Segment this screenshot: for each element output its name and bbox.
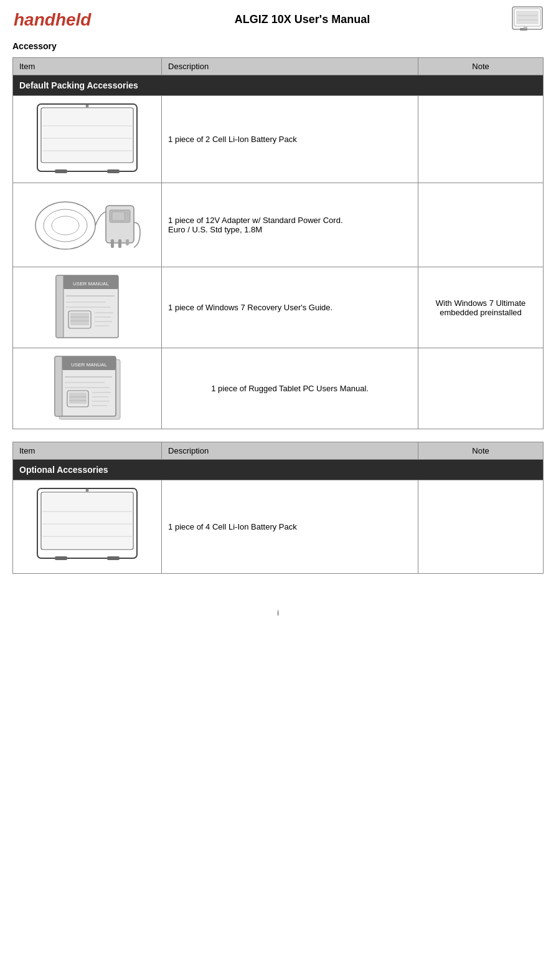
item-image-battery4cell: [13, 480, 162, 574]
note-battery-4cell: [418, 480, 544, 574]
table-header-row: Item Description Note: [13, 58, 544, 75]
default-section-title: Default Packing Accessories: [13, 75, 544, 96]
svg-rect-50: [69, 392, 87, 404]
svg-point-19: [52, 216, 79, 235]
note-battery-2cell: [418, 96, 544, 183]
note-usersmanual: [418, 348, 544, 429]
logo: handheld: [12, 7, 93, 32]
optional-section-title-row: Optional Accessories: [13, 460, 544, 480]
desc-battery-4cell: 1 piece of 4 Cell Li-Ion Battery Pack: [162, 480, 418, 574]
table-row: USER MANUAL: [13, 267, 544, 348]
battery-4cell-svg: [31, 485, 143, 566]
page-number: i: [277, 609, 279, 617]
svg-rect-14: [55, 169, 67, 173]
accessory-label: Accessory: [12, 41, 544, 51]
desc-adapter: 1 piece of 12V Adapter w/ Standard Power…: [162, 183, 418, 267]
page-title: ALGIZ 10X User's Manual: [93, 13, 511, 26]
svg-point-17: [35, 202, 95, 249]
col-note-header: Note: [418, 58, 544, 75]
col-item-header: Item: [13, 58, 162, 75]
table2-col-desc-header: Description: [162, 442, 418, 460]
svg-text:USER MANUAL: USER MANUAL: [71, 362, 107, 368]
win7guide-svg: USER MANUAL: [37, 272, 137, 341]
table2-col-item-header: Item: [13, 442, 162, 460]
note-adapter: [418, 183, 544, 267]
svg-rect-24: [126, 239, 129, 245]
page-body: Accessory Item Description Note Default …: [0, 36, 556, 599]
note-win7guide: With Windows 7 Ultimate embedded preinst…: [418, 267, 544, 348]
svg-rect-23: [118, 239, 121, 248]
table-row: 1 piece of 12V Adapter w/ Standard Power…: [13, 183, 544, 267]
svg-rect-63: [55, 556, 67, 560]
optional-section-title: Optional Accessories: [13, 460, 544, 480]
item-image-battery2cell: [13, 96, 162, 183]
svg-rect-10: [42, 109, 132, 161]
usersmanual-svg: USER MANUAL: [37, 353, 137, 422]
logo-svg: handheld: [12, 7, 93, 31]
desc-win7guide: 1 piece of Windows 7 Recovery User's Gui…: [162, 267, 418, 348]
page-header: handheld ALGIZ 10X User's Manual: [0, 0, 556, 36]
svg-text:USER MANUAL: USER MANUAL: [73, 281, 109, 287]
table-row: 1 piece of 4 Cell Li-Ion Battery Pack: [13, 480, 544, 574]
item-image-adapter: [13, 183, 162, 267]
page-footer: i: [0, 599, 556, 620]
svg-rect-4: [524, 27, 527, 29]
table-row: 1 piece of 2 Cell Li-Ion Battery Pack: [13, 96, 544, 183]
svg-rect-34: [70, 313, 89, 325]
table-row: USER MANUAL: [13, 348, 544, 429]
svg-rect-59: [42, 493, 132, 548]
svg-rect-5: [516, 11, 539, 24]
svg-rect-27: [56, 275, 64, 338]
battery-2cell-svg: [31, 101, 143, 176]
default-accessories-table: Item Description Note Default Packing Ac…: [12, 57, 544, 429]
svg-point-18: [44, 209, 87, 242]
svg-rect-15: [107, 169, 120, 173]
svg-text:handheld: handheld: [14, 10, 92, 29]
table2-col-note-header: Note: [418, 442, 544, 460]
header-tablet-icon: [511, 6, 544, 32]
svg-point-16: [86, 105, 89, 108]
optional-accessories-table: Item Description Note Optional Accessori…: [12, 442, 544, 574]
item-image-usersmanual: USER MANUAL: [13, 348, 162, 429]
svg-rect-22: [111, 239, 114, 248]
desc-battery-2cell: 1 piece of 2 Cell Li-Ion Battery Pack: [162, 96, 418, 183]
svg-point-65: [86, 489, 89, 492]
svg-rect-64: [107, 556, 120, 560]
desc-usersmanual: 1 piece of Rugged Tablet PC Users Manual…: [162, 348, 418, 429]
col-desc-header: Description: [162, 58, 418, 75]
default-section-title-row: Default Packing Accessories: [13, 75, 544, 96]
svg-rect-25: [112, 212, 125, 221]
adapter-svg: [31, 188, 143, 260]
svg-rect-43: [55, 356, 62, 416]
table2-header-row: Item Description Note: [13, 442, 544, 460]
item-image-win7guide: USER MANUAL: [13, 267, 162, 348]
